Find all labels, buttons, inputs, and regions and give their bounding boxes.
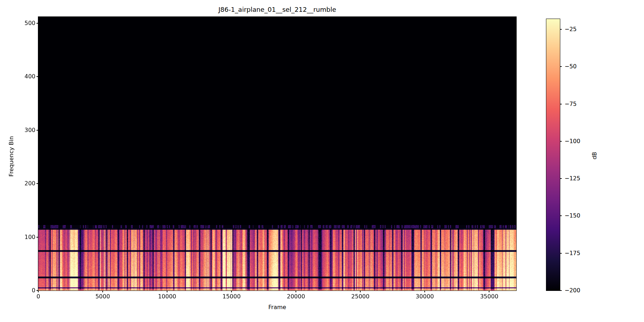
y-tick-label: 500 — [14, 20, 35, 27]
x-tick-mark — [231, 291, 232, 292]
colorbar-tick-label: −150 — [565, 212, 590, 219]
spectrogram-heatmap — [38, 17, 516, 291]
y-tick-label: 300 — [14, 127, 35, 134]
y-tick-mark — [36, 130, 38, 131]
x-tick-label: 35000 — [473, 293, 505, 300]
colorbar-label: dB — [591, 120, 598, 191]
x-tick-mark — [296, 291, 296, 292]
y-tick-mark — [36, 183, 38, 184]
colorbar-tick-label: −50 — [565, 63, 590, 70]
plot-area — [38, 16, 517, 291]
x-tick-label: 20000 — [280, 293, 312, 300]
colorbar-tick-label: −125 — [565, 175, 590, 182]
y-tick-label: 100 — [14, 234, 35, 241]
y-tick-label: 400 — [14, 73, 35, 80]
colorbar-tick-label: −100 — [565, 138, 590, 145]
colorbar-tick-label: −75 — [565, 101, 590, 108]
y-tick-mark — [36, 237, 38, 238]
figure: J86-1_airplane_01__sel_212__rumble 05000… — [0, 0, 644, 322]
x-tick-label: 15000 — [215, 293, 248, 300]
x-tick-mark — [489, 291, 489, 292]
y-tick-mark — [36, 290, 38, 291]
colorbar-tick-label: −25 — [565, 26, 590, 33]
x-tick-label: 0 — [22, 293, 54, 300]
x-axis-label: Frame — [241, 304, 313, 311]
colorbar — [546, 19, 560, 291]
x-tick-label: 25000 — [344, 293, 376, 300]
y-axis-label: Frequency Bin — [8, 121, 15, 192]
y-tick-mark — [36, 76, 38, 77]
y-tick-label: 0 — [14, 287, 35, 294]
x-tick-mark — [102, 291, 103, 292]
x-tick-mark — [360, 291, 361, 292]
y-tick-mark — [36, 23, 38, 24]
y-tick-label: 200 — [14, 180, 35, 187]
colorbar-tick-label: −200 — [565, 287, 590, 294]
chart-title: J86-1_airplane_01__sel_212__rumble — [38, 6, 516, 13]
x-tick-label: 5000 — [87, 293, 119, 300]
x-tick-label: 10000 — [151, 293, 183, 300]
x-tick-mark — [424, 291, 425, 292]
colorbar-tick-label: −175 — [565, 250, 590, 257]
x-tick-mark — [167, 291, 167, 292]
x-tick-label: 30000 — [409, 293, 441, 300]
